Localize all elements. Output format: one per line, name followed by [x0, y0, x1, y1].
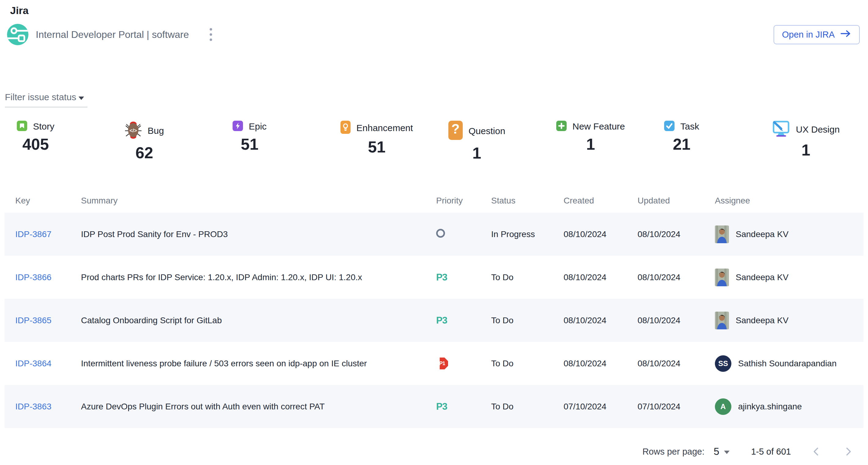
issue-status: In Progress	[491, 229, 564, 239]
filter-issue-status-select[interactable]: Filter issue status	[5, 92, 87, 107]
new-feature-icon	[556, 121, 567, 132]
arrow-right-icon	[840, 30, 851, 40]
rows-per-page-label: Rows per page:	[643, 447, 705, 457]
counter-count: 62	[135, 144, 153, 162]
table-row: IDP-3867IDP Post Prod Sanity for Env - P…	[5, 213, 863, 256]
project-name: Internal Developer Portal | software	[36, 29, 189, 40]
avatar: SS	[715, 355, 732, 372]
rows-per-page-select[interactable]: 5	[714, 446, 730, 457]
card-header: Internal Developer Portal | software Ope…	[7, 24, 860, 45]
assignee-name: Sandeepa KV	[736, 229, 788, 239]
rows-per-page-value: 5	[714, 446, 719, 457]
svg-text:</>: </>	[130, 128, 137, 134]
issue-key-link[interactable]: IDP-3865	[15, 315, 51, 325]
column-header-key: Key	[15, 196, 81, 206]
issue-type-counters: Story 405 </>	[5, 121, 868, 162]
issue-key-cell: IDP-3864	[15, 359, 81, 368]
assignee-name: ajinkya.shingane	[738, 402, 802, 411]
issue-key-cell: IDP-3866	[15, 272, 81, 282]
issue-summary: Catalog Onboarding Script for GitLab	[81, 315, 436, 325]
table-row: IDP-3863Azure DevOps Plugin Errors out w…	[5, 385, 863, 428]
issue-updated: 07/10/2024	[638, 402, 715, 411]
counter-count: 51	[241, 135, 258, 153]
counter-label: Question	[468, 126, 505, 136]
issue-summary: IDP Post Prod Sanity for Env - PROD3	[81, 229, 436, 239]
issue-updated: 08/10/2024	[638, 229, 715, 239]
issue-updated: 08/10/2024	[638, 272, 715, 282]
issue-created: 08/10/2024	[564, 315, 638, 325]
filter-issue-status-label: Filter issue status	[5, 92, 76, 102]
enhancement-icon	[340, 121, 350, 135]
issue-key-link[interactable]: IDP-3863	[15, 402, 51, 411]
issue-key-link[interactable]: IDP-3864	[15, 359, 51, 368]
issue-priority-cell: P3	[436, 315, 491, 326]
counter-count: 1	[801, 141, 810, 159]
issue-key-link[interactable]: IDP-3866	[15, 272, 51, 282]
counter-epic: Epic 51	[221, 121, 329, 153]
counter-label: Bug	[148, 126, 164, 136]
avatar	[715, 312, 729, 329]
next-page-button[interactable]	[842, 445, 855, 458]
issue-status: To Do	[491, 402, 564, 411]
epic-icon	[232, 121, 243, 132]
counter-label: New Feature	[572, 121, 625, 132]
issue-assignee-cell: SSSathish Soundarapandian	[715, 355, 863, 372]
issue-priority-cell: P1	[436, 358, 491, 370]
counter-label: Story	[33, 121, 54, 132]
issue-assignee-cell: Sandeepa KV	[715, 226, 863, 243]
open-in-jira-button[interactable]: Open in JIRA	[774, 25, 860, 44]
avatar	[715, 226, 729, 243]
counter-count: 1	[586, 135, 595, 153]
issue-status: To Do	[491, 272, 564, 282]
assignee-name: Sandeepa KV	[736, 272, 788, 282]
column-header-created: Created	[564, 196, 638, 206]
story-icon	[17, 121, 27, 132]
counter-count: 51	[368, 138, 386, 156]
issue-created: 08/10/2024	[564, 359, 638, 368]
issue-summary: Prod charts PRs for IDP Service: 1.20.x,…	[81, 272, 436, 282]
priority-p3-icon: P3	[436, 401, 447, 412]
chevron-down-icon	[724, 451, 730, 454]
column-header-status: Status	[491, 196, 564, 206]
counter-enhancement: Enhancement 51	[329, 121, 436, 156]
avatar	[715, 269, 729, 286]
issue-assignee-cell: Aajinkya.shingane	[715, 398, 863, 415]
issue-updated: 08/10/2024	[638, 315, 715, 325]
issue-assignee-cell: Sandeepa KV	[715, 269, 863, 286]
pagination-range: 1-5 of 601	[751, 447, 791, 457]
pagination-bar: Rows per page: 5 1-5 of 601	[0, 436, 868, 465]
kebab-menu-icon[interactable]	[208, 26, 214, 43]
table-row: IDP-3864Intermittent liveness probe fail…	[5, 342, 863, 385]
counter-new-feature: New Feature 1	[544, 121, 652, 153]
chevron-down-icon	[79, 97, 84, 100]
priority-p3-icon: P3	[436, 272, 447, 283]
jira-plugin-logo-icon	[7, 24, 28, 45]
issue-priority-cell	[436, 229, 491, 240]
counter-bug: </> Bug 62	[113, 121, 221, 162]
question-icon: ?	[448, 121, 463, 141]
table-row: IDP-3865Catalog Onboarding Script for Gi…	[5, 299, 863, 342]
issue-priority-cell: P3	[436, 401, 491, 412]
open-in-jira-label: Open in JIRA	[782, 30, 835, 40]
issue-summary: Intermittent liveness probe failure / 50…	[81, 359, 436, 368]
previous-page-button[interactable]	[810, 445, 823, 458]
counter-label: Epic	[249, 121, 267, 132]
issues-table: Key Summary Priority Status Created Upda…	[5, 189, 863, 428]
issue-summary: Azure DevOps Plugin Errors out with Auth…	[81, 402, 436, 411]
counter-count: 405	[22, 135, 49, 153]
counter-story: Story 405	[5, 121, 113, 153]
bug-icon: </>	[125, 121, 142, 141]
issue-key-link[interactable]: IDP-3867	[15, 229, 51, 239]
issue-created: 08/10/2024	[564, 229, 638, 239]
ux-design-icon	[772, 121, 790, 138]
page-title: Jira	[10, 4, 868, 17]
counter-count: 1	[472, 144, 482, 162]
counter-count: 21	[673, 135, 690, 153]
issue-updated: 08/10/2024	[638, 359, 715, 368]
avatar: A	[715, 398, 732, 415]
assignee-name: Sathish Soundarapandian	[738, 359, 837, 368]
issue-key-cell: IDP-3867	[15, 229, 81, 239]
table-header-row: Key Summary Priority Status Created Upda…	[5, 189, 863, 213]
issue-status: To Do	[491, 359, 564, 368]
issue-key-cell: IDP-3865	[15, 315, 81, 325]
